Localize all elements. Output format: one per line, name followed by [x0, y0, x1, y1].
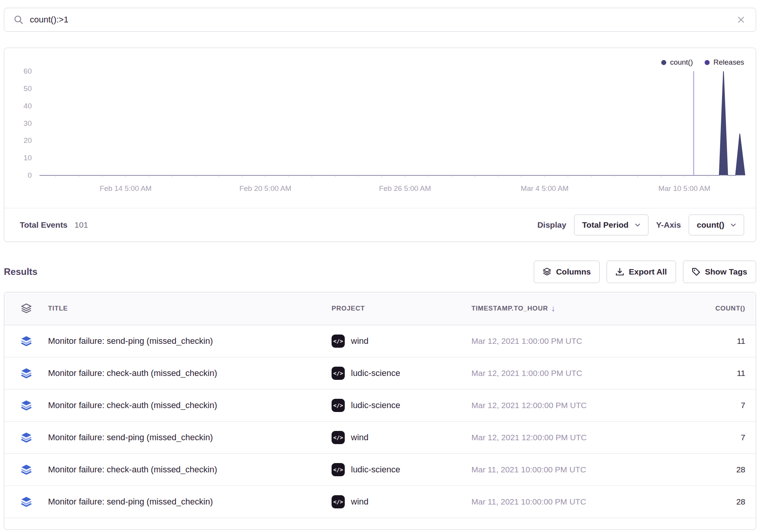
project-platform-icon: </> [332, 367, 345, 380]
row-count: 28 [736, 465, 745, 474]
row-title[interactable]: Monitor failure: send-ping (missed_check… [48, 432, 213, 442]
event-stack-icon [21, 432, 32, 443]
row-icon-cell [4, 335, 48, 347]
display-label: Display [537, 220, 566, 230]
row-project-cell: </> ludic-science [332, 399, 471, 412]
sort-desc-icon: ↓ [551, 304, 555, 313]
chart-panel: count() Releases 0102030405060 Feb 14 5:… [4, 48, 756, 242]
row-project: ludic-science [351, 465, 400, 475]
project-platform-icon: </> [332, 399, 345, 412]
y-axis-select[interactable]: count() [689, 215, 744, 235]
search-icon [14, 15, 24, 25]
x-axis-tick-label: Feb 14 5:00 AM [83, 184, 168, 194]
legend-dot-releases [705, 60, 710, 65]
event-stack-icon [21, 496, 32, 508]
table-row[interactable]: Monitor failure: send-ping (missed_check… [4, 422, 756, 454]
row-project: ludic-science [351, 368, 400, 378]
row-icon-cell [4, 496, 48, 508]
row-count: 7 [741, 401, 745, 410]
row-project: ludic-science [351, 400, 400, 410]
results-actions: Columns Export All [534, 261, 756, 283]
row-timestamp: Mar 12, 2021 12:00:00 PM UTC [471, 433, 587, 442]
row-count: 11 [737, 336, 745, 346]
display-select-value: Total Period [582, 220, 629, 230]
row-title[interactable]: Monitor failure: check-auth (missed_chec… [48, 368, 217, 378]
row-project: wind [351, 432, 368, 443]
event-stack-icon [21, 335, 32, 347]
event-stack-icon [21, 464, 32, 475]
event-stack-icon [21, 400, 32, 411]
legend-label-count: count() [670, 58, 693, 67]
column-header-timestamp[interactable]: TIMESTAMP.TO_HOUR ↓ [471, 304, 650, 313]
y-axis-tick-label: 50 [9, 84, 32, 93]
y-axis-tick-label: 60 [9, 67, 32, 76]
chart-y-axis-labels: 0102030405060 [4, 71, 36, 175]
row-project-cell: </> wind [332, 495, 471, 508]
row-count: 28 [736, 497, 745, 506]
chart-footer: Total Events 101 Display Total Period Y-… [4, 208, 756, 242]
discover-page: count() Releases 0102030405060 Feb 14 5:… [0, 8, 760, 532]
display-select[interactable]: Total Period [574, 215, 648, 235]
row-count: 7 [741, 433, 745, 442]
export-all-button-label: Export All [629, 267, 667, 276]
row-timestamp: Mar 11, 2021 10:00:00 PM UTC [471, 497, 586, 506]
row-project-cell: </> wind [332, 335, 471, 348]
row-project: wind [351, 336, 368, 346]
table-row[interactable]: Monitor failure: check-auth (missed_chec… [4, 390, 756, 422]
results-table: TITLE PROJECT TIMESTAMP.TO_HOUR ↓ COUNT(… [4, 292, 756, 530]
tag-icon [692, 268, 700, 276]
x-axis-tick-label: Feb 26 5:00 AM [363, 184, 448, 194]
columns-button[interactable]: Columns [534, 261, 600, 283]
show-tags-button[interactable]: Show Tags [683, 261, 756, 283]
legend-dot-count [661, 60, 666, 65]
results-header: Results Columns [4, 261, 756, 283]
row-icon-cell [4, 400, 48, 411]
row-timestamp: Mar 12, 2021 12:00:00 PM UTC [471, 401, 587, 410]
row-title[interactable]: Monitor failure: check-auth (missed_chec… [48, 465, 217, 474]
row-title[interactable]: Monitor failure: check-auth (missed_chec… [48, 400, 217, 410]
project-platform-icon: </> [332, 463, 345, 476]
table-body: Monitor failure: send-ping (missed_check… [4, 325, 756, 518]
row-timestamp: Mar 12, 2021 1:00:00 PM UTC [471, 336, 582, 345]
download-icon [616, 268, 624, 276]
column-header-title[interactable]: TITLE [48, 305, 332, 312]
row-icon-cell [4, 432, 48, 443]
search-bar [4, 8, 756, 32]
legend-item-releases[interactable]: Releases [705, 58, 744, 67]
row-project-cell: </> wind [332, 431, 471, 444]
table-row[interactable]: Monitor failure: send-ping (missed_check… [4, 325, 756, 357]
y-axis-select-value: count() [697, 220, 724, 230]
chart-legend: count() Releases [661, 58, 744, 67]
row-project-cell: </> ludic-science [332, 463, 471, 476]
row-icon-cell [4, 367, 48, 379]
project-platform-icon: </> [332, 431, 345, 444]
project-platform-icon: </> [332, 335, 345, 348]
stack-icon [21, 303, 32, 314]
search-input[interactable] [30, 15, 730, 25]
y-axis-label: Y-Axis [656, 220, 681, 230]
y-axis-tick-label: 20 [9, 136, 32, 145]
project-platform-icon: </> [332, 495, 345, 508]
y-axis-tick-label: 0 [9, 171, 32, 180]
y-axis-tick-label: 30 [9, 119, 32, 128]
clear-search-icon[interactable] [736, 15, 746, 24]
export-all-button[interactable]: Export All [607, 261, 676, 283]
chevron-down-icon [731, 223, 736, 227]
row-icon-cell [4, 464, 48, 475]
row-title[interactable]: Monitor failure: send-ping (missed_check… [48, 497, 213, 506]
table-header: TITLE PROJECT TIMESTAMP.TO_HOUR ↓ COUNT(… [4, 292, 756, 325]
table-row[interactable]: Monitor failure: send-ping (missed_check… [4, 486, 756, 518]
column-header-project[interactable]: PROJECT [332, 305, 471, 312]
row-title[interactable]: Monitor failure: send-ping (missed_check… [48, 336, 213, 346]
table-row[interactable]: Monitor failure: check-auth (missed_chec… [4, 454, 756, 486]
total-events-label: Total Events [20, 220, 67, 230]
legend-item-count[interactable]: count() [661, 58, 693, 67]
x-axis-tick-label: Mar 10 5:00 AM [642, 184, 727, 194]
x-axis-tick-label: Mar 4 5:00 AM [502, 184, 587, 194]
chart-plot[interactable] [40, 71, 745, 175]
table-row[interactable]: Monitor failure: check-auth (missed_chec… [4, 357, 756, 390]
column-header-count[interactable]: COUNT() [650, 305, 756, 312]
row-project: wind [351, 497, 368, 507]
columns-button-label: Columns [556, 267, 591, 276]
row-timestamp: Mar 12, 2021 1:00:00 PM UTC [471, 369, 582, 378]
